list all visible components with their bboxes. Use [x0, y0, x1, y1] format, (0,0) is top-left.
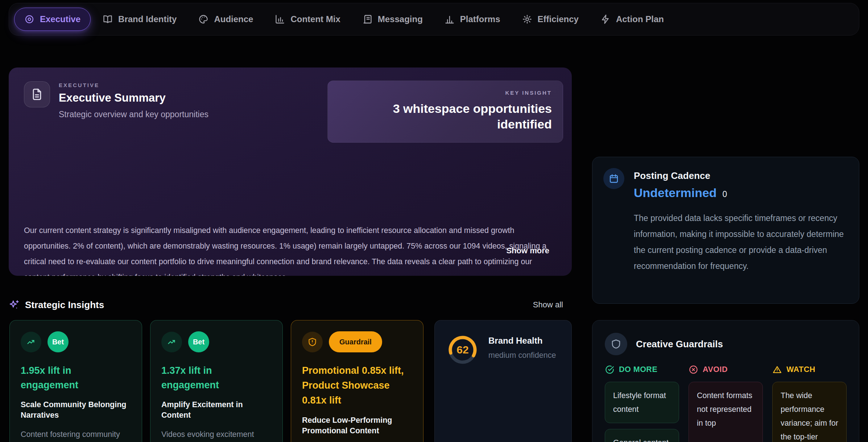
tab-label: Brand Identity [118, 14, 177, 24]
trending-up-icon [26, 337, 36, 347]
creative-guardrails-card: Creative Guardrails DO MORE Lifestyle fo… [592, 320, 859, 442]
guardrail-badge: Guardrail [329, 331, 382, 352]
file-text-icon [31, 88, 43, 101]
tab-label: Audience [214, 14, 253, 24]
key-insight-box: KEY INSIGHT 3 whitespace opportunities i… [327, 81, 563, 143]
executive-summary-body: Our current content strategy is signific… [24, 223, 549, 276]
document-icon-tile [24, 81, 50, 107]
bet-badge: Bet [188, 331, 209, 352]
strategic-insights-header: Strategic Insights Show all [9, 295, 572, 314]
tab-label: Content Mix [290, 14, 340, 24]
bet-badge: Bet [47, 331, 69, 352]
shield-icon-circle [605, 333, 627, 355]
trending-up-icon-circle [21, 332, 41, 352]
scroll-icon [362, 14, 372, 24]
insight-headline: 1.37x lift in engagement [161, 363, 272, 392]
top-nav: Executive Brand Identity Audience Conten… [9, 3, 859, 36]
tab-executive[interactable]: Executive [14, 8, 91, 31]
column-label: WATCH [786, 365, 815, 374]
insight-card-bet-1[interactable]: Bet 1.95x lift in engagement Scale Commu… [9, 320, 142, 442]
key-insight-label: KEY INSIGHT [339, 90, 552, 96]
trending-up-icon-circle [161, 332, 182, 352]
tab-content-mix[interactable]: Content Mix [265, 8, 350, 31]
insight-description: Content fostering community belonging [21, 427, 131, 442]
calendar-icon [609, 173, 619, 184]
insight-subtitle: Reduce Low-Performing Promotional Conten… [302, 415, 412, 436]
guardrail-item: General content [605, 429, 679, 442]
tab-platforms[interactable]: Platforms [435, 8, 510, 31]
creative-guardrails-title: Creative Guardrails [636, 339, 723, 350]
executive-summary-card: EXECUTIVE Executive Summary Strategic ov… [9, 67, 572, 276]
tab-label: Action Plan [616, 14, 664, 24]
guardrails-column-avoid: AVOID Content formats not represented in… [689, 365, 763, 442]
guardrail-item: Content formats not represented in top [689, 382, 763, 442]
section-eyebrow: EXECUTIVE [59, 82, 208, 88]
executive-summary-header: EXECUTIVE Executive Summary Strategic ov… [24, 81, 208, 119]
insight-subtitle: Scale Community Belonging Narratives [21, 400, 131, 421]
shield-alert-icon [307, 337, 317, 347]
show-more-button[interactable]: Show more [506, 246, 549, 255]
sparkles-icon [9, 299, 20, 310]
trending-up-icon [167, 337, 177, 347]
show-all-button[interactable]: Show all [533, 300, 563, 310]
posting-cadence-card: Posting Cadence Undetermined 0 The provi… [592, 157, 859, 304]
posting-cadence-description: The provided data lacks specific timefra… [634, 210, 848, 274]
guardrails-column-watch: WATCH The wide performance variance; aim… [772, 365, 847, 442]
tab-messaging[interactable]: Messaging [352, 8, 433, 31]
bar-chart-icon [275, 14, 285, 24]
brand-health-confidence: medium confidence [488, 349, 556, 362]
insight-card-bet-2[interactable]: Bet 1.37x lift in engagement Amplify Exc… [150, 320, 283, 442]
guardrails-column-do-more: DO MORE Lifestyle format content General… [605, 365, 679, 442]
insight-headline: Promotional 0.85x lift, Product Showcase… [302, 363, 412, 408]
posting-cadence-header: Posting Cadence Undetermined 0 [603, 168, 848, 200]
bar-chart-icon [445, 14, 455, 24]
guardrail-item: Lifestyle format content [605, 382, 679, 423]
eye-icon [24, 14, 34, 24]
brand-health-title: Brand Health [488, 336, 556, 346]
brand-health-score: 62 [447, 334, 478, 365]
tab-label: Executive [40, 14, 80, 24]
palette-icon [198, 14, 208, 24]
posting-cadence-count: 0 [723, 189, 727, 199]
tab-label: Messaging [378, 14, 423, 24]
tab-brand-identity[interactable]: Brand Identity [93, 8, 186, 31]
shield-icon [611, 339, 621, 349]
gear-icon [522, 14, 532, 24]
page-subtitle: Strategic overview and key opportunities [59, 110, 208, 119]
strategic-insights-title: Strategic Insights [25, 299, 104, 311]
page-title: Executive Summary [59, 91, 208, 105]
insight-description: Videos evoking excitement show higher en… [161, 427, 272, 442]
tab-label: Platforms [460, 14, 500, 24]
alert-triangle-icon [772, 365, 782, 375]
zap-icon [600, 14, 611, 24]
brand-health-card: 62 Brand Health medium confidence [434, 320, 572, 442]
key-insight-text: 3 whitespace opportunities identified [339, 101, 552, 132]
guardrail-item: The wide performance variance; aim for t… [772, 382, 847, 442]
insight-subtitle: Amplify Excitement in Content [161, 400, 272, 421]
tab-action-plan[interactable]: Action Plan [591, 8, 674, 31]
tab-label: Efficiency [538, 14, 579, 24]
tab-efficiency[interactable]: Efficiency [512, 8, 588, 31]
column-label: AVOID [703, 365, 728, 374]
calendar-icon-circle [603, 168, 624, 189]
insight-card-guardrail[interactable]: Guardrail Promotional 0.85x lift, Produc… [291, 320, 423, 442]
column-label: DO MORE [619, 365, 657, 374]
tab-audience[interactable]: Audience [189, 8, 263, 31]
insight-headline: 1.95x lift in engagement [21, 363, 131, 392]
check-circle-icon [605, 365, 615, 375]
posting-cadence-title: Posting Cadence [634, 170, 727, 181]
shield-alert-icon-circle [302, 332, 323, 352]
posting-cadence-value: Undetermined [634, 186, 717, 200]
x-circle-icon [689, 365, 698, 375]
book-open-icon [103, 14, 113, 24]
brand-health-ring: 62 [447, 334, 478, 365]
